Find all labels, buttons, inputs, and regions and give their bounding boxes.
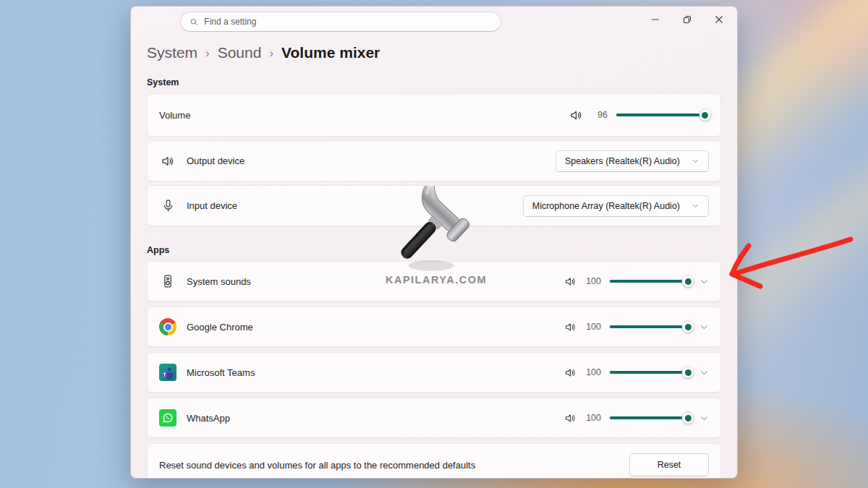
expand-chevron[interactable] <box>699 414 709 423</box>
master-volume-slider[interactable] <box>616 108 709 121</box>
master-volume-row: Volume 96 <box>147 93 721 137</box>
reset-row: Reset sound devices and volumes for all … <box>147 443 721 479</box>
microphone-icon <box>159 197 176 215</box>
chevron-down-icon <box>692 157 699 165</box>
chevron-down-icon <box>692 202 699 210</box>
breadcrumb-sound[interactable]: Sound <box>218 44 262 61</box>
slider-thumb[interactable] <box>682 321 694 333</box>
expand-chevron[interactable] <box>699 277 709 286</box>
slider-thumb[interactable] <box>682 367 694 379</box>
output-device-value: Speakers (Realtek(R) Audio) <box>565 156 680 166</box>
google-chrome-icon <box>159 318 176 335</box>
search-box[interactable] <box>180 12 501 32</box>
input-device-label: Input device <box>187 200 237 211</box>
expand-chevron[interactable] <box>699 368 709 377</box>
speaker-icon <box>159 153 176 170</box>
app-row-system-sounds[interactable]: System sounds 100 <box>147 261 721 301</box>
settings-window: System › Sound › Volume mixer System Vol… <box>130 6 738 479</box>
volume-value: 96 <box>589 110 608 120</box>
page-title: Volume mixer <box>281 44 380 61</box>
output-device-dropdown[interactable]: Speakers (Realtek(R) Audio) <box>556 150 709 172</box>
input-device-row: Input device Microphone Array (Realtek(R… <box>147 185 721 226</box>
slider-thumb[interactable] <box>682 275 694 288</box>
app-volume-slider[interactable] <box>610 275 688 288</box>
restore-button[interactable] <box>676 11 698 28</box>
slider-thumb[interactable] <box>699 109 711 121</box>
app-volume-slider[interactable] <box>610 411 688 424</box>
output-device-row: Output device Speakers (Realtek(R) Audio… <box>147 140 721 181</box>
app-volume-slider[interactable] <box>610 320 688 333</box>
speaker-icon[interactable] <box>564 275 576 288</box>
system-sounds-icon <box>159 273 176 290</box>
input-device-dropdown[interactable]: Microphone Array (Realtek(R) Audio) <box>523 195 709 217</box>
app-volume-value: 100 <box>582 276 601 286</box>
app-row-google-chrome[interactable]: Google Chrome 100 <box>147 307 721 347</box>
volume-label: Volume <box>159 110 190 121</box>
app-row-whatsapp[interactable]: WhatsApp 100 <box>147 398 721 438</box>
slider-thumb[interactable] <box>682 412 694 424</box>
speaker-icon[interactable] <box>564 367 576 379</box>
app-volume-slider[interactable] <box>610 366 688 379</box>
output-device-label: Output device <box>187 155 244 166</box>
breadcrumb: System › Sound › Volume mixer <box>147 44 721 61</box>
titlebar <box>131 7 737 35</box>
section-label-apps: Apps <box>147 245 721 255</box>
section-label-system: System <box>147 77 721 87</box>
whatsapp-icon <box>159 409 176 427</box>
window-controls <box>644 11 730 28</box>
app-volume-value: 100 <box>582 322 601 332</box>
app-volume-value: 100 <box>582 367 601 377</box>
speaker-icon[interactable] <box>564 412 576 424</box>
search-icon <box>190 17 198 27</box>
app-name: System sounds <box>187 276 251 287</box>
close-button[interactable] <box>708 11 730 28</box>
app-name: Google Chrome <box>187 322 253 333</box>
expand-chevron[interactable] <box>699 322 709 332</box>
app-name: WhatsApp <box>187 413 230 424</box>
speaker-icon[interactable] <box>564 321 576 333</box>
minimize-button[interactable] <box>644 11 666 28</box>
speaker-icon[interactable] <box>569 108 583 122</box>
app-row-microsoft-teams[interactable]: Microsoft Teams 100 <box>147 352 721 393</box>
microsoft-teams-icon <box>159 364 176 381</box>
reset-description: Reset sound devices and volumes for all … <box>159 460 475 471</box>
search-input[interactable] <box>204 17 492 27</box>
reset-button[interactable]: Reset <box>629 453 709 476</box>
app-name: Microsoft Teams <box>187 367 255 378</box>
breadcrumb-separator: › <box>269 45 273 61</box>
breadcrumb-separator: › <box>205 45 210 61</box>
input-device-value: Microphone Array (Realtek(R) Audio) <box>532 201 680 211</box>
app-volume-value: 100 <box>582 413 601 423</box>
breadcrumb-system[interactable]: System <box>147 44 197 61</box>
